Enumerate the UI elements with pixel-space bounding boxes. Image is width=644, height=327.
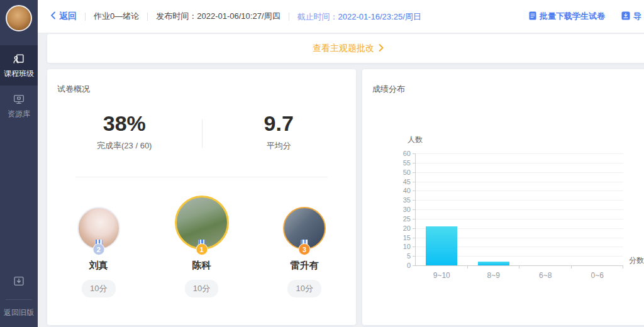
batch-download-button[interactable]: 批量下载学生试卷 [529, 11, 605, 22]
y-tick-label: 30 [393, 206, 411, 213]
grid-line [416, 172, 623, 173]
stats-divider [202, 119, 203, 148]
header: 返回 作业0—绪论 发布时间：2022-01-06/10:27/周四 截止时间：… [38, 0, 644, 33]
y-axis-tick [413, 172, 415, 173]
back-label: 返回 [59, 11, 77, 22]
y-axis-tick [413, 265, 415, 266]
publish-time-value: 2022-01-06/10:27/周四 [197, 11, 280, 21]
sidebar-divider [6, 299, 32, 300]
section-divider [75, 177, 328, 177]
sidebar: 课程班级 资源库 返回旧版 [0, 0, 38, 327]
paper-overview-card: 试卷概况 38% 完成率(23 / 60) 9.7 平均分 2 [47, 69, 356, 325]
avatar-wrap: 3 [283, 207, 326, 250]
assignment-title: 作业0—绪论 [94, 11, 139, 22]
y-axis-tick [413, 163, 415, 164]
grade-distribution-title: 成绩分布 [372, 84, 405, 95]
export-download-icon [621, 11, 630, 22]
y-tick-label: 45 [393, 178, 411, 186]
y-axis-tick [413, 191, 415, 191]
paper-overview-title: 试卷概况 [57, 84, 90, 95]
top-students: 2 刘真 10分 1 陈科 10分 [47, 192, 356, 305]
student-score-badge: 10分 [185, 280, 218, 297]
sidebar-item-resource-library[interactable]: 资源库 [0, 86, 38, 126]
student-rank-1: 1 陈科 10分 [150, 192, 253, 305]
medal-silver-icon: 2 [92, 240, 104, 255]
completion-value: 38% [47, 111, 202, 136]
x-tick-label: 8~9 [468, 271, 520, 280]
sidebar-footer: 返回旧版 [0, 274, 38, 318]
back-button[interactable]: 返回 [50, 11, 77, 22]
header-actions: 批量下载学生试卷 导 [529, 11, 644, 22]
publish-time: 发布时间：2022-01-06/10:27/周四 [156, 11, 280, 22]
grid-line [416, 182, 623, 182]
export-button[interactable]: 导 [621, 11, 641, 22]
export-label: 导 [633, 11, 641, 22]
deadline-value: 2022-01-16/23:25/周日 [338, 12, 421, 21]
deadline-label: 截止时间： [297, 12, 338, 21]
student-name: 刘真 [89, 260, 108, 272]
y-tick-label: 60 [393, 150, 411, 157]
completion-label: 完成率(23 / 60) [47, 140, 202, 152]
document-icon [529, 11, 536, 22]
y-axis-tick [413, 256, 415, 257]
student-score-badge: 10分 [82, 280, 115, 297]
x-axis-tick [623, 266, 623, 269]
return-old-version-link[interactable]: 返回旧版 [0, 308, 38, 318]
chevron-left-icon [50, 11, 56, 21]
y-tick-label: 35 [393, 196, 411, 204]
y-axis-tick [413, 247, 415, 247]
y-tick-label: 50 [393, 169, 411, 176]
medal-rank: 3 [299, 243, 311, 255]
x-axis-tick [571, 266, 572, 269]
medal-gold-icon: 1 [196, 240, 208, 255]
subjective-review-banner: 查看主观题批改 [47, 34, 644, 63]
average-value: 9.7 [202, 111, 357, 136]
y-axis-tick [413, 200, 415, 201]
medal-rank: 1 [196, 243, 208, 255]
y-tick-label: 5 [393, 252, 411, 260]
resource-library-icon [12, 92, 26, 106]
y-tick-label: 0 [393, 262, 411, 269]
x-axis-tick [519, 266, 519, 269]
screen: 课程班级 资源库 返回旧版 [0, 0, 644, 327]
grid-line [416, 219, 623, 219]
x-tick-label: 6~8 [519, 271, 572, 280]
y-axis-tick [413, 228, 415, 229]
chevron-right-icon [379, 43, 384, 53]
x-tick-label: 0~6 [572, 271, 624, 280]
chart-y-axis-title: 人数 [408, 135, 423, 145]
chart-x-axis-title: 分数 [629, 255, 644, 266]
header-separator [85, 13, 86, 21]
y-tick-label: 55 [393, 159, 411, 167]
student-score-badge: 10分 [287, 280, 321, 297]
student-rank-2: 2 刘真 10分 [47, 192, 150, 305]
grade-distribution-card: 成绩分布 人数 分数 0510152025303540455055609~108… [362, 69, 644, 325]
course-classes-icon [12, 52, 26, 66]
grid-line [416, 209, 623, 210]
completion-stat: 38% 完成率(23 / 60) [47, 111, 202, 152]
y-tick-label: 25 [393, 215, 411, 223]
y-tick-label: 10 [393, 243, 411, 250]
view-subjective-review-label: 查看主观题批改 [313, 43, 374, 54]
y-axis-tick [413, 219, 415, 219]
avatar-wrap: 2 [77, 207, 120, 250]
grid-line [416, 191, 623, 191]
sidebar-item-label: 课程班级 [4, 69, 34, 79]
header-separator [147, 13, 148, 21]
medal-bronze-icon: 3 [299, 240, 311, 255]
user-avatar[interactable] [6, 5, 32, 31]
download-icon[interactable] [12, 274, 26, 291]
header-separator [289, 13, 289, 21]
chart-bar [426, 226, 457, 265]
sidebar-item-course-classes[interactable]: 课程班级 [0, 45, 38, 86]
chart-bar [478, 262, 509, 265]
y-axis-tick [413, 209, 415, 210]
avatar-wrap: 1 [175, 196, 229, 250]
view-subjective-review-link[interactable]: 查看主观题批改 [313, 43, 384, 54]
average-stat: 9.7 平均分 [202, 111, 357, 152]
grid-line [416, 200, 623, 201]
student-name: 陈科 [192, 260, 211, 272]
medal-rank: 2 [92, 243, 104, 255]
batch-download-label: 批量下载学生试卷 [540, 11, 605, 22]
y-tick-label: 15 [393, 234, 411, 241]
